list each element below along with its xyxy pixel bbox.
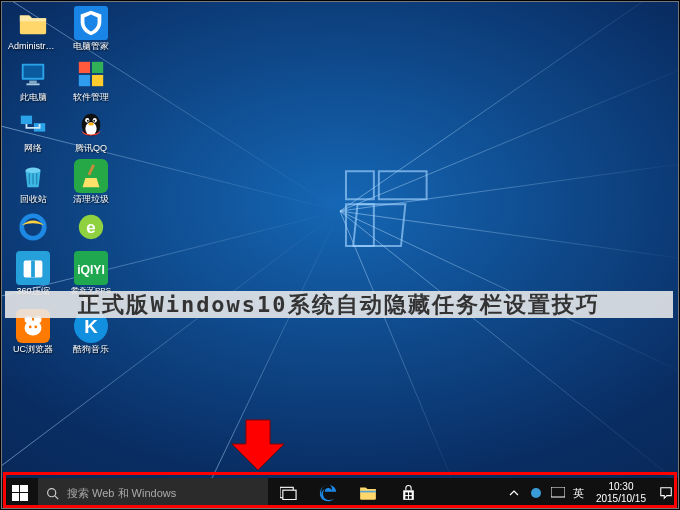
svg-rect-14 xyxy=(29,80,37,83)
tray-overflow-button[interactable] xyxy=(505,478,523,508)
svg-point-41 xyxy=(34,326,37,329)
desktop[interactable]: Administrat... 电脑管家 此电脑 软件管理 xyxy=(2,2,678,478)
browser-icon[interactable]: e xyxy=(66,210,116,246)
svg-rect-57 xyxy=(551,487,565,497)
icon-label: UC浏览器 xyxy=(13,345,53,355)
globe-e-glyph: e xyxy=(76,212,106,242)
svg-line-3 xyxy=(340,211,678,261)
system-tray: 英 10:30 2015/10/15 xyxy=(503,478,678,508)
svg-rect-43 xyxy=(12,485,19,492)
search-box[interactable] xyxy=(38,478,268,508)
bin-glyph xyxy=(18,161,48,191)
shield-glyph xyxy=(76,8,106,38)
svg-rect-52 xyxy=(405,492,408,495)
taskbar: 英 10:30 2015/10/15 xyxy=(2,478,678,508)
edge-browser-button[interactable] xyxy=(308,478,348,508)
svg-point-29 xyxy=(26,167,41,173)
svg-point-40 xyxy=(29,326,32,329)
task-view-icon xyxy=(280,486,297,500)
input-indicator-button[interactable] xyxy=(549,478,567,508)
cleanup-icon[interactable]: 清理垃圾 xyxy=(66,159,116,205)
svg-rect-13 xyxy=(24,65,43,77)
clock-button[interactable]: 10:30 2015/10/15 xyxy=(590,481,652,505)
svg-point-28 xyxy=(88,122,94,125)
software-mgr-icon[interactable]: 软件管理 xyxy=(66,57,116,103)
network-icon[interactable]: 网络 xyxy=(8,108,58,154)
user-folder-icon[interactable]: Administrat... xyxy=(8,6,58,52)
svg-line-48 xyxy=(55,495,58,498)
clock-time: 10:30 xyxy=(596,481,646,493)
svg-rect-50 xyxy=(282,490,295,499)
icon-label: 电脑管家 xyxy=(73,42,109,52)
ie-glyph xyxy=(18,212,48,242)
svg-rect-53 xyxy=(409,492,412,495)
broom-glyph xyxy=(76,161,106,191)
keyboard-icon xyxy=(551,487,565,499)
svg-line-11 xyxy=(340,211,460,478)
tiles-glyph xyxy=(76,59,106,89)
svg-rect-54 xyxy=(405,496,408,499)
svg-rect-18 xyxy=(79,75,90,86)
notification-icon xyxy=(659,486,673,500)
search-input[interactable] xyxy=(67,487,260,499)
zip-glyph xyxy=(18,253,48,283)
pc-manager-icon[interactable]: 电脑管家 xyxy=(66,6,116,52)
svg-point-27 xyxy=(93,120,95,122)
iqiyi-glyph: iQIYI xyxy=(76,253,106,283)
action-center-button[interactable] xyxy=(656,478,676,508)
svg-rect-35 xyxy=(31,260,35,277)
svg-line-2 xyxy=(340,161,678,211)
qq-icon[interactable]: 腾讯QQ xyxy=(66,108,116,154)
svg-rect-20 xyxy=(21,115,32,123)
store-icon xyxy=(400,485,417,502)
overlay-title-banner: 正式版Windows10系统自动隐藏任务栏设置技巧 xyxy=(5,291,673,318)
svg-point-31 xyxy=(22,215,45,238)
chevron-up-icon xyxy=(509,488,519,498)
network-glyph xyxy=(18,110,48,140)
icon-label: 此电脑 xyxy=(20,93,47,103)
svg-text:iQIYI: iQIYI xyxy=(77,262,105,276)
this-pc-icon[interactable]: 此电脑 xyxy=(8,57,58,103)
edge-icon xyxy=(318,483,338,503)
ime-language-label[interactable]: 英 xyxy=(571,486,586,501)
icon-label: 清理垃圾 xyxy=(73,195,109,205)
svg-rect-44 xyxy=(20,485,28,492)
monitor-glyph xyxy=(18,59,48,89)
overlay-title-text: 正式版Windows10系统自动隐藏任务栏设置技巧 xyxy=(78,290,599,320)
recycle-bin-icon[interactable]: 回收站 xyxy=(8,159,58,205)
search-icon xyxy=(46,487,59,500)
icon-label: 回收站 xyxy=(20,195,47,205)
ie-icon[interactable] xyxy=(8,210,58,246)
start-button[interactable] xyxy=(2,478,38,508)
svg-rect-15 xyxy=(26,83,39,85)
tray-app-icon[interactable] xyxy=(527,478,545,508)
icon-label: 酷狗音乐 xyxy=(73,345,109,355)
svg-rect-55 xyxy=(409,496,412,499)
folder-glyph xyxy=(18,8,48,38)
icon-label: 软件管理 xyxy=(73,93,109,103)
svg-line-1 xyxy=(340,62,678,211)
windows-logo-icon xyxy=(12,485,28,501)
down-arrow-annotation xyxy=(228,418,288,474)
svg-rect-19 xyxy=(92,75,103,86)
icon-label: 腾讯QQ xyxy=(75,144,107,154)
task-view-button[interactable] xyxy=(268,478,308,508)
app-tray-glyph xyxy=(530,487,542,499)
svg-rect-46 xyxy=(20,493,28,501)
svg-rect-30 xyxy=(88,164,95,175)
icon-label: 网络 xyxy=(24,144,42,154)
store-button[interactable] xyxy=(388,478,428,508)
svg-point-56 xyxy=(531,488,541,498)
svg-text:e: e xyxy=(86,217,95,236)
svg-rect-17 xyxy=(92,62,103,73)
svg-line-5 xyxy=(340,211,678,478)
svg-rect-16 xyxy=(79,62,90,73)
taskbar-pinned-icons xyxy=(268,478,428,508)
svg-rect-51 xyxy=(360,491,376,493)
file-explorer-button[interactable] xyxy=(348,478,388,508)
svg-point-26 xyxy=(87,120,89,122)
penguin-glyph xyxy=(76,110,106,140)
clock-date: 2015/10/15 xyxy=(596,493,646,505)
svg-point-47 xyxy=(48,488,56,496)
icon-label: Administrat... xyxy=(8,42,58,52)
